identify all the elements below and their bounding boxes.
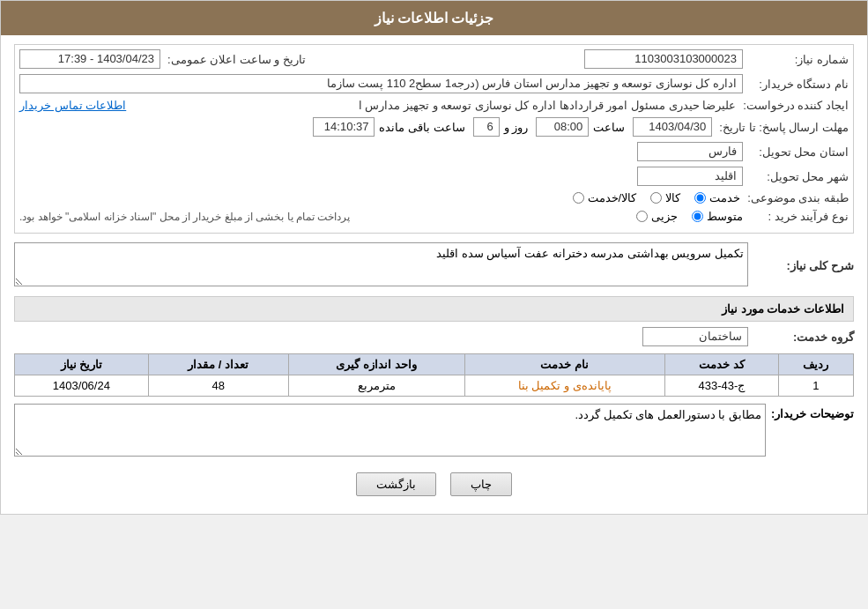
province-label: استان محل تحویل:	[743, 145, 849, 159]
page-title: جزئیات اطلاعات نیاز	[375, 11, 494, 26]
page-header: جزئیات اطلاعات نیاز	[1, 1, 867, 35]
need-number-row: شماره نیاز: 1103003103000023 تاریخ و ساع…	[19, 49, 849, 69]
table-row: 1ج-43-433پایانده‌ی و تکمیل بنامترمربع481…	[15, 375, 854, 397]
table-cell-1: ج-43-433	[664, 375, 778, 397]
category-radio-group: خدمت کالا کالا/خدمت	[573, 191, 741, 204]
announce-value: 1403/04/23 - 17:39	[19, 49, 160, 69]
purchase-type-label: نوع فرآیند خرید :	[743, 210, 849, 223]
services-table: ردیف کد خدمت نام خدمت واحد اندازه گیری ت…	[14, 353, 854, 397]
org-name-row: نام دستگاه خریدار: اداره کل نوسازی توسعه…	[19, 74, 849, 93]
province-row: استان محل تحویل: فارس	[19, 142, 849, 161]
category-option-both-label: کالا/خدمت	[588, 191, 637, 204]
city-row: شهر محل تحویل: اقلید	[19, 167, 849, 186]
category-option-goods-label: کالا	[665, 191, 680, 204]
description-textarea[interactable]	[14, 242, 748, 286]
deadline-time-label: ساعت	[589, 121, 629, 134]
announce-label: تاریخ و ساعت اعلان عمومی:	[160, 53, 306, 66]
province-value: فارس	[637, 142, 743, 161]
creator-label: ایجاد کننده درخواست:	[736, 99, 849, 112]
purchase-type-medium[interactable]: متوسط	[692, 210, 743, 223]
description-label: شرح کلی نیاز:	[748, 259, 854, 272]
deadline-day: 6	[473, 117, 500, 137]
back-button[interactable]: بازگشت	[356, 472, 436, 496]
category-option-service-label: خدمت	[709, 191, 740, 204]
col-date: تاریخ نیاز	[15, 354, 149, 375]
creator-row: ایجاد کننده درخواست: علیرضا حیدری مسئول …	[19, 99, 849, 112]
col-service-code: کد خدمت	[664, 354, 778, 375]
category-row: طبقه بندی موضوعی: خدمت کالا کالا/خدمت	[19, 191, 849, 204]
category-radio-service[interactable]	[694, 192, 706, 204]
org-name-label: نام دستگاه خریدار:	[743, 78, 849, 91]
city-value: اقلید	[637, 167, 743, 186]
col-quantity: تعداد / مقدار	[148, 354, 288, 375]
purchase-type-small-label: جزیی	[651, 210, 678, 223]
purchase-type-radio-small[interactable]	[636, 211, 648, 222]
deadline-row: مهلت ارسال پاسخ: تا تاریخ: 1403/04/30 سا…	[19, 117, 849, 137]
info-section: شماره نیاز: 1103003103000023 تاریخ و ساع…	[14, 44, 854, 234]
buyer-notes-label: توضیحات خریدار:	[771, 404, 854, 420]
table-header-row: ردیف کد خدمت نام خدمت واحد اندازه گیری ت…	[15, 354, 854, 375]
table-cell-3: مترمربع	[288, 375, 464, 397]
col-unit: واحد اندازه گیری	[288, 354, 464, 375]
table-cell-2: پایانده‌ی و تکمیل بنا	[464, 375, 664, 397]
buyer-notes-textarea[interactable]	[14, 404, 766, 457]
deadline-date: 1403/04/30	[633, 117, 712, 137]
need-number-value: 1103003103000023	[584, 49, 743, 69]
service-group-label: گروه خدمت:	[748, 330, 854, 344]
category-option-service[interactable]: خدمت	[694, 191, 740, 204]
deadline-remaining-label: ساعت باقی مانده	[375, 121, 469, 134]
deadline-time: 08:00	[536, 117, 589, 137]
buyer-notes-row: توضیحات خریدار:	[14, 404, 854, 459]
org-name-value: اداره کل نوسازی توسعه و تجهیز مدارس استا…	[19, 74, 743, 93]
category-option-both[interactable]: کالا/خدمت	[573, 191, 637, 204]
service-group-value: ساختمان	[642, 327, 748, 346]
description-row: شرح کلی نیاز:	[14, 242, 854, 289]
footer-buttons: چاپ بازگشت	[14, 472, 854, 496]
table-cell-0: 1	[778, 375, 853, 397]
service-group-row: گروه خدمت: ساختمان	[14, 327, 854, 346]
category-radio-goods[interactable]	[650, 192, 662, 204]
deadline-day-label: روز و	[500, 121, 533, 134]
main-content: شماره نیاز: 1103003103000023 تاریخ و ساع…	[1, 35, 867, 514]
need-number-label: شماره نیاز:	[743, 53, 849, 66]
creator-link[interactable]: اطلاعات تماس خریدار	[19, 99, 126, 112]
category-radio-both[interactable]	[573, 192, 584, 204]
services-section-title: اطلاعات خدمات مورد نیاز	[14, 296, 854, 322]
purchase-note: پرداخت تمام یا بخشی از مبلغ خریدار از مح…	[19, 211, 350, 223]
col-row-number: ردیف	[778, 354, 853, 375]
table-cell-5: 1403/06/24	[15, 375, 149, 397]
category-label: طبقه بندی موضوعی:	[740, 191, 849, 204]
creator-value: علیرضا حیدری مسئول امور قراردادها اداره …	[131, 99, 736, 112]
city-label: شهر محل تحویل:	[743, 170, 849, 183]
category-option-goods[interactable]: کالا	[650, 191, 680, 204]
deadline-label: مهلت ارسال پاسخ: تا تاریخ:	[712, 121, 849, 134]
print-button[interactable]: چاپ	[450, 472, 512, 496]
table-cell-4: 48	[148, 375, 288, 397]
col-service-name: نام خدمت	[464, 354, 664, 375]
deadline-remaining: 14:10:37	[313, 117, 375, 137]
purchase-type-radio-group: متوسط جزیی	[636, 210, 743, 223]
purchase-type-row: نوع فرآیند خرید : متوسط جزیی پرداخت تمام…	[19, 210, 849, 223]
services-table-section: ردیف کد خدمت نام خدمت واحد اندازه گیری ت…	[14, 353, 854, 397]
page-wrapper: جزئیات اطلاعات نیاز شماره نیاز: 11030031…	[0, 0, 868, 515]
purchase-type-radio-medium[interactable]	[692, 211, 703, 222]
purchase-type-small[interactable]: جزیی	[636, 210, 678, 223]
purchase-type-medium-label: متوسط	[707, 210, 743, 223]
